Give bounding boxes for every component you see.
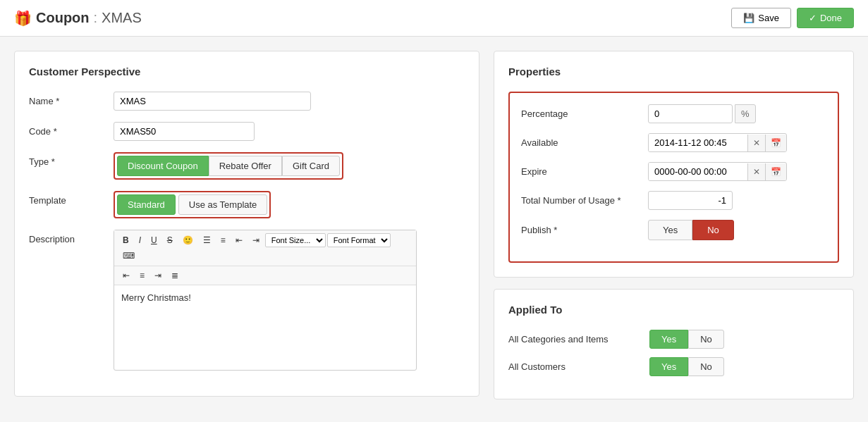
publish-no-button[interactable]: No <box>692 220 734 240</box>
percentage-field: % <box>648 104 756 123</box>
properties-highlighted-box: Percentage % Available ✕ 📅 <box>508 92 839 263</box>
gift-icon: 🎁 <box>14 10 32 27</box>
code-input[interactable] <box>114 122 255 141</box>
categories-label: All Categories and Items <box>508 334 649 345</box>
expire-row: Expire ✕ 📅 <box>521 162 826 181</box>
description-editor: B I U S 🙂 ☰ ≡ ⇤ ⇥ Font Size... Font Form… <box>114 230 417 371</box>
align-right-button[interactable]: ⇥ <box>150 268 166 283</box>
type-row: Type * Discount Coupon Rebate Offer Gift… <box>29 152 465 180</box>
publish-row: Publish * Yes No <box>521 220 826 240</box>
name-row: Name * <box>29 92 465 111</box>
categories-row: All Categories and Items Yes No <box>508 330 839 349</box>
publish-yes-button[interactable]: Yes <box>648 220 692 240</box>
save-icon: 💾 <box>743 13 754 23</box>
editor-second-toolbar: ⇤ ≡ ⇥ ≣ <box>114 266 416 285</box>
available-calendar-button[interactable]: 📅 <box>765 135 786 151</box>
name-input[interactable] <box>114 92 311 111</box>
usage-label: Total Number of Usage * <box>521 195 648 206</box>
available-row: Available ✕ 📅 <box>521 133 826 152</box>
expire-date-input[interactable] <box>649 163 747 180</box>
available-date-field: ✕ 📅 <box>648 133 787 152</box>
customer-perspective-panel: Customer Perspective Name * Code * Type … <box>14 51 479 397</box>
properties-title: Properties <box>508 66 839 77</box>
font-format-select[interactable]: Font Format <box>327 233 391 247</box>
type-label: Type * <box>29 152 114 167</box>
right-panel: Properties Percentage % Available ✕ <box>494 51 854 399</box>
customers-row: All Customers Yes No <box>508 357 839 376</box>
indent-right-button[interactable]: ⇥ <box>248 233 264 247</box>
properties-panel: Properties Percentage % Available ✕ <box>494 51 854 278</box>
expire-calendar-button[interactable]: 📅 <box>765 163 786 180</box>
done-button[interactable]: ✓ Done <box>797 8 854 28</box>
applied-to-title: Applied To <box>508 304 839 316</box>
template-button-group: Standard Use as Template <box>114 191 271 218</box>
publish-label: Publish * <box>521 225 648 235</box>
title-separator: : <box>94 10 98 26</box>
done-label: Done <box>820 13 842 23</box>
available-clear-button[interactable]: ✕ <box>747 135 765 151</box>
underline-button[interactable]: U <box>147 233 161 247</box>
list-unordered-button[interactable]: ☰ <box>199 233 215 247</box>
code-row: Code * <box>29 122 465 141</box>
expire-label: Expire <box>521 166 648 177</box>
italic-button[interactable]: I <box>135 233 145 247</box>
type-gift-card[interactable]: Gift Card <box>282 156 340 176</box>
type-discount-coupon[interactable]: Discount Coupon <box>117 156 209 176</box>
description-label: Description <box>29 230 114 244</box>
page-title: 🎁 Coupon : XMAS <box>14 10 142 27</box>
applied-to-panel: Applied To All Categories and Items Yes … <box>494 289 854 399</box>
expire-clear-button[interactable]: ✕ <box>747 163 765 180</box>
header-buttons: 💾 Save ✓ Done <box>731 8 854 28</box>
list-ordered-button[interactable]: ≡ <box>216 233 230 247</box>
emoji-button[interactable]: 🙂 <box>178 233 197 247</box>
save-label: Save <box>758 13 779 23</box>
usage-input[interactable] <box>648 191 733 210</box>
align-center-button[interactable]: ≡ <box>135 268 149 283</box>
name-label: Name * <box>29 92 114 106</box>
source-button[interactable]: ⌨ <box>118 249 139 263</box>
strikethrough-button[interactable]: S <box>163 233 177 247</box>
align-justify-button[interactable]: ≣ <box>167 268 183 283</box>
percentage-label: Percentage <box>521 108 648 119</box>
percentage-unit: % <box>735 104 756 123</box>
template-use-as-template[interactable]: Use as Template <box>178 194 268 215</box>
code-label: Code * <box>29 122 114 137</box>
font-size-select[interactable]: Font Size... <box>265 233 326 247</box>
template-label: Template <box>29 191 114 206</box>
categories-no-button[interactable]: No <box>688 330 724 349</box>
template-standard[interactable]: Standard <box>117 194 176 215</box>
usage-row: Total Number of Usage * <box>521 191 826 210</box>
template-row: Template Standard Use as Template <box>29 191 465 218</box>
align-left-button[interactable]: ⇤ <box>118 268 134 283</box>
available-date-input[interactable] <box>649 134 747 151</box>
categories-yes-no-group: Yes No <box>649 330 724 349</box>
type-rebate-offer[interactable]: Rebate Offer <box>209 156 282 176</box>
bold-button[interactable]: B <box>118 233 133 247</box>
editor-toolbar: B I U S 🙂 ☰ ≡ ⇤ ⇥ Font Size... Font Form… <box>114 230 416 266</box>
title-coupon: Coupon <box>36 10 90 26</box>
available-label: Available <box>521 137 648 148</box>
percentage-input[interactable] <box>648 104 733 123</box>
publish-button-group: Yes No <box>648 220 734 240</box>
header: 🎁 Coupon : XMAS 💾 Save ✓ Done <box>0 0 868 37</box>
check-icon: ✓ <box>809 13 817 23</box>
customers-yes-no-group: Yes No <box>649 357 724 376</box>
description-row: Description B I U S 🙂 ☰ ≡ ⇤ ⇥ Font Size.… <box>29 230 465 371</box>
description-content[interactable]: Merry Christmas! <box>114 285 416 370</box>
categories-yes-button[interactable]: Yes <box>649 330 688 349</box>
customers-no-button[interactable]: No <box>688 357 724 376</box>
percentage-row: Percentage % <box>521 104 826 123</box>
expire-date-field: ✕ 📅 <box>648 162 787 181</box>
type-button-group: Discount Coupon Rebate Offer Gift Card <box>114 152 343 180</box>
save-button[interactable]: 💾 Save <box>731 8 791 28</box>
customer-perspective-title: Customer Perspective <box>29 66 465 77</box>
indent-left-button[interactable]: ⇤ <box>231 233 247 247</box>
customers-label: All Customers <box>508 361 649 372</box>
customers-yes-button[interactable]: Yes <box>649 357 688 376</box>
main-content: Customer Perspective Name * Code * Type … <box>0 37 868 414</box>
title-name: XMAS <box>102 10 142 26</box>
